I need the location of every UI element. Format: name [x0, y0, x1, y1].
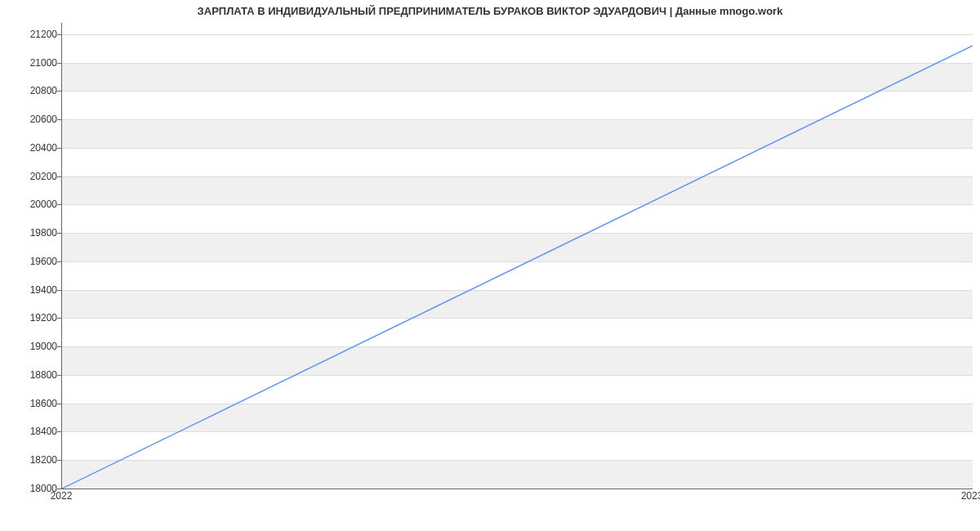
y-tick-label: 19600 [8, 256, 57, 267]
y-tick-label: 19000 [8, 341, 57, 352]
y-tick-label: 18800 [8, 369, 57, 381]
y-gridline [62, 489, 973, 489]
y-tick-label: 20000 [8, 199, 57, 210]
y-tick-label: 20600 [8, 114, 57, 125]
y-tick-label: 18400 [8, 426, 57, 437]
y-tick-label: 19200 [8, 312, 57, 324]
y-tick-label: 21200 [8, 29, 57, 40]
y-tick-label: 21000 [8, 57, 57, 69]
chart-container: ЗАРПЛАТА В ИНДИВИДУАЛЬНЫЙ ПРЕДПРИНИМАТЕЛ… [0, 0, 980, 531]
y-tick-label: 18200 [8, 454, 57, 466]
y-tick-label: 20800 [8, 85, 57, 96]
y-tick-label: 19800 [8, 227, 57, 239]
line-series [62, 23, 973, 489]
y-tick-label: 18600 [8, 398, 57, 409]
x-tick-label: 2023 [961, 490, 980, 502]
x-tick-label: 2022 [51, 490, 73, 502]
salary-line [62, 46, 973, 489]
y-tick-label: 20400 [8, 142, 57, 154]
y-tick-label: 19400 [8, 284, 57, 296]
chart-title: ЗАРПЛАТА В ИНДИВИДУАЛЬНЫЙ ПРЕДПРИНИМАТЕЛ… [0, 5, 980, 17]
plot-area [61, 23, 973, 489]
y-tick-label: 20200 [8, 171, 57, 182]
